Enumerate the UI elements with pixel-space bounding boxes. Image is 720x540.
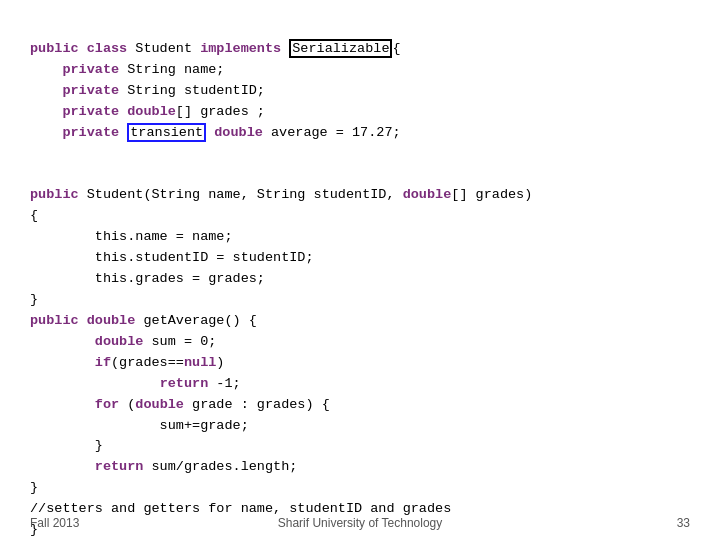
code-content: public class Student implements Serializ… bbox=[30, 18, 690, 540]
footer-center: Sharif University of Technology bbox=[278, 516, 443, 530]
footer-right: 33 bbox=[677, 516, 690, 530]
footer: Fall 2013 Sharif University of Technolog… bbox=[0, 516, 720, 530]
footer-left: Fall 2013 bbox=[30, 516, 79, 530]
slide: public class Student implements Serializ… bbox=[0, 0, 720, 540]
